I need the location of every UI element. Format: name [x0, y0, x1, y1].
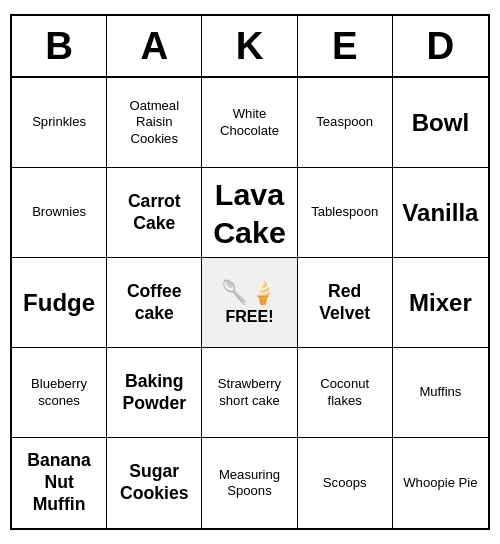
bingo-cell: Sprinkles: [12, 78, 107, 168]
cell-text: Coffee cake: [111, 281, 197, 325]
bingo-cell: Tablespoon: [298, 168, 393, 258]
cell-text: Carrot Cake: [111, 191, 197, 235]
bingo-card: BAKED SprinklesOatmeal Raisin CookiesWhi…: [10, 14, 490, 530]
cell-text: Red Velvet: [302, 281, 388, 325]
cell-text: Brownies: [32, 204, 86, 220]
cell-text: Blueberry scones: [16, 376, 102, 409]
cell-text: Banana Nut Muffin: [16, 450, 102, 516]
header-letter: K: [202, 16, 297, 76]
header-letter: A: [107, 16, 202, 76]
bingo-cell: Scoops: [298, 438, 393, 528]
cell-text: Scoops: [323, 475, 367, 491]
bingo-cell: Banana Nut Muffin: [12, 438, 107, 528]
cell-text: Strawberry short cake: [206, 376, 292, 409]
cell-text: Oatmeal Raisin Cookies: [111, 98, 197, 147]
bingo-grid: SprinklesOatmeal Raisin CookiesWhite Cho…: [12, 78, 488, 528]
cell-text: Lava Cake: [206, 175, 292, 251]
bingo-cell: Baking Powder: [107, 348, 202, 438]
free-label: FREE!: [225, 308, 273, 326]
bingo-cell: Sugar Cookies: [107, 438, 202, 528]
bingo-header: BAKED: [12, 16, 488, 78]
bingo-cell: Whoopie Pie: [393, 438, 488, 528]
bingo-cell: Teaspoon: [298, 78, 393, 168]
bingo-cell: Blueberry scones: [12, 348, 107, 438]
bingo-cell: Brownies: [12, 168, 107, 258]
cell-text: White Chocolate: [206, 106, 292, 139]
free-icons: 🥄🍦: [221, 279, 277, 306]
bingo-cell: Fudge: [12, 258, 107, 348]
bingo-cell: Red Velvet: [298, 258, 393, 348]
bingo-cell: Muffins: [393, 348, 488, 438]
header-letter: D: [393, 16, 488, 76]
header-letter: E: [298, 16, 393, 76]
cell-text: Muffins: [419, 384, 461, 400]
cell-text: Coconut flakes: [302, 376, 388, 409]
bingo-cell: 🥄🍦FREE!: [202, 258, 297, 348]
bingo-cell: Bowl: [393, 78, 488, 168]
cell-text: Tablespoon: [311, 204, 378, 220]
bingo-cell: Carrot Cake: [107, 168, 202, 258]
cell-text: Sprinkles: [32, 114, 86, 130]
bingo-cell: Coconut flakes: [298, 348, 393, 438]
bingo-cell: White Chocolate: [202, 78, 297, 168]
bingo-cell: Vanilla: [393, 168, 488, 258]
bingo-cell: Mixer: [393, 258, 488, 348]
bingo-cell: Oatmeal Raisin Cookies: [107, 78, 202, 168]
cell-text: Bowl: [412, 108, 469, 138]
bingo-cell: Strawberry short cake: [202, 348, 297, 438]
header-letter: B: [12, 16, 107, 76]
cell-text: Mixer: [409, 288, 472, 318]
cell-text: Teaspoon: [316, 114, 373, 130]
cell-text: Sugar Cookies: [111, 461, 197, 505]
cell-text: Baking Powder: [111, 371, 197, 415]
cell-text: Vanilla: [402, 198, 478, 228]
cell-text: Fudge: [23, 288, 95, 318]
cell-text: Measuring Spoons: [206, 467, 292, 500]
bingo-cell: Lava Cake: [202, 168, 297, 258]
cell-text: Whoopie Pie: [403, 475, 477, 491]
bingo-cell: Coffee cake: [107, 258, 202, 348]
bingo-cell: Measuring Spoons: [202, 438, 297, 528]
